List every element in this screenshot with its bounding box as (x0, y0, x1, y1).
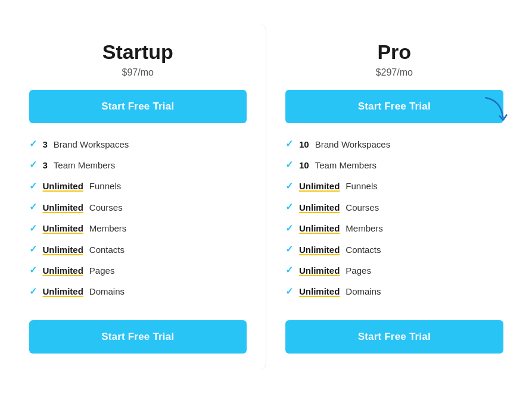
feature-quantity: Unlimited (43, 243, 83, 256)
check-icon: ✓ (285, 285, 293, 298)
plan-price: $297/mo (376, 67, 413, 78)
cta-bottom-button[interactable]: Start Free Trial (29, 320, 247, 354)
feature-label: Courses (89, 201, 123, 214)
plan-name: Startup (102, 40, 173, 64)
feature-label: Courses (346, 201, 379, 214)
feature-label: Domains (346, 285, 381, 298)
check-icon: ✓ (285, 137, 293, 151)
cta-bottom-button[interactable]: Start Free Trial (285, 320, 503, 354)
feature-item: ✓ 10 Team Members (285, 158, 503, 171)
feature-item: ✓ Unlimited Pages (29, 264, 247, 277)
feature-item: ✓ Unlimited Domains (29, 285, 247, 298)
feature-label: Pages (89, 264, 115, 277)
feature-item: ✓ 3 Brand Workspaces (29, 137, 247, 151)
feature-item: ✓ Unlimited Pages (285, 264, 503, 277)
check-icon: ✓ (29, 137, 37, 151)
feature-label: Brand Workspaces (54, 138, 129, 151)
feature-quantity: 10 (299, 138, 309, 151)
feature-label: Brand Workspaces (315, 138, 390, 151)
check-icon: ✓ (285, 201, 293, 214)
feature-quantity: 3 (43, 138, 48, 151)
check-icon: ✓ (285, 243, 293, 256)
plan-name: Pro (377, 40, 411, 64)
feature-item: ✓ Unlimited Courses (29, 201, 247, 214)
check-icon: ✓ (285, 180, 293, 193)
check-icon: ✓ (285, 222, 293, 235)
feature-item: ✓ 3 Team Members (29, 158, 247, 171)
feature-quantity: Unlimited (299, 222, 340, 234)
check-icon: ✓ (29, 158, 37, 171)
feature-quantity: Unlimited (43, 180, 83, 192)
check-icon: ✓ (29, 264, 37, 277)
cta-top-button[interactable]: Start Free Trial (285, 90, 503, 123)
feature-label: Team Members (315, 159, 377, 171)
check-icon: ✓ (29, 180, 37, 193)
feature-label: Contacts (89, 243, 125, 256)
feature-item: ✓ Unlimited Members (285, 222, 503, 235)
feature-label: Funnels (346, 180, 377, 192)
feature-quantity: Unlimited (299, 243, 340, 256)
pricing-container: Startup $97/mo Start Free Trial ✓ 3 Bran… (10, 12, 522, 382)
feature-item: ✓ 10 Brand Workspaces (285, 137, 503, 151)
feature-label: Contacts (346, 243, 381, 256)
check-icon: ✓ (285, 158, 293, 171)
feature-item: ✓ Unlimited Funnels (29, 180, 247, 193)
arrow-annotation (481, 95, 511, 125)
check-icon: ✓ (285, 264, 293, 277)
feature-quantity: Unlimited (299, 285, 340, 298)
features-list: ✓ 10 Brand Workspaces ✓ 10 Team Members … (285, 137, 503, 306)
plan-card-pro: Pro $297/mo Start Free Trial ✓ 10 Brand … (266, 24, 522, 370)
feature-quantity: Unlimited (43, 285, 83, 298)
feature-item: ✓ Unlimited Courses (285, 201, 503, 214)
feature-quantity: Unlimited (43, 222, 83, 234)
feature-quantity: Unlimited (299, 201, 340, 214)
feature-quantity: Unlimited (43, 201, 83, 214)
check-icon: ✓ (29, 201, 37, 214)
feature-quantity: 10 (299, 159, 309, 171)
feature-item: ✓ Unlimited Funnels (285, 180, 503, 193)
check-icon: ✓ (29, 222, 37, 235)
feature-label: Members (346, 222, 383, 234)
features-list: ✓ 3 Brand Workspaces ✓ 3 Team Members ✓ … (29, 137, 247, 306)
feature-quantity: 3 (43, 159, 48, 171)
check-icon: ✓ (29, 285, 37, 298)
plan-card-startup: Startup $97/mo Start Free Trial ✓ 3 Bran… (10, 24, 267, 370)
feature-item: ✓ Unlimited Contacts (29, 243, 247, 256)
feature-label: Funnels (89, 180, 121, 192)
plan-price: $97/mo (122, 67, 154, 78)
feature-label: Pages (346, 264, 371, 277)
feature-item: ✓ Unlimited Members (29, 222, 247, 235)
check-icon: ✓ (29, 243, 37, 256)
feature-label: Members (89, 222, 127, 234)
feature-item: ✓ Unlimited Contacts (285, 243, 503, 256)
feature-item: ✓ Unlimited Domains (285, 285, 503, 298)
feature-quantity: Unlimited (299, 264, 340, 277)
feature-quantity: Unlimited (299, 180, 340, 192)
cta-top-button[interactable]: Start Free Trial (29, 90, 247, 123)
feature-label: Domains (89, 285, 125, 298)
feature-label: Team Members (54, 159, 115, 171)
feature-quantity: Unlimited (43, 264, 83, 277)
